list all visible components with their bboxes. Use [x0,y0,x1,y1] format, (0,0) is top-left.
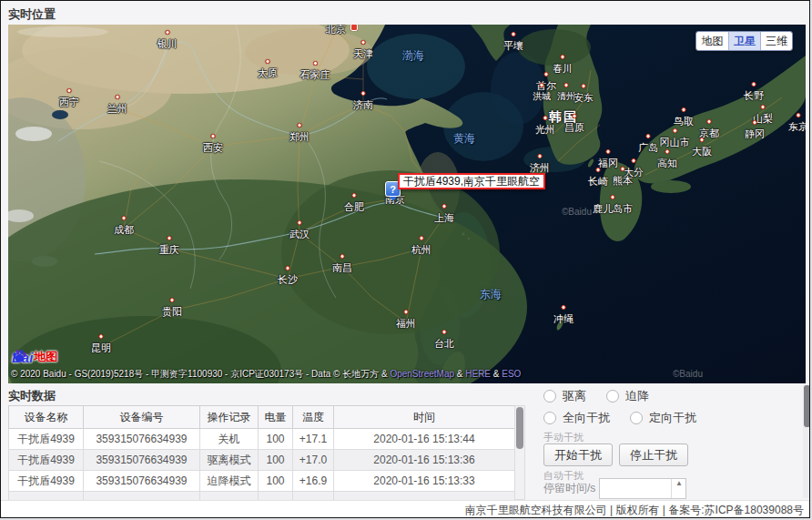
copyright-text: © 2020 Baidu - GS(2019)5218号 - 甲测资字11009… [11,369,390,379]
baidu-maps-logo[interactable]: Bai 地图 [12,349,57,365]
baidu-paw-icon [12,349,27,363]
map-type-button-2[interactable]: 三维 [760,32,792,50]
table-row[interactable]: 干扰盾4939359315076634939驱离模式100+17.02020-0… [9,450,515,471]
dwell-time-label: 停留时间/s [543,481,595,496]
table-header-cell: 设备名称 [9,406,84,429]
radio-label: 全向干扰 [563,410,610,426]
radio-label: 迫降 [625,388,649,404]
table-cell: 驱离模式 [200,450,259,471]
dwell-time-input-wrap: ▲ [599,478,686,499]
baidu-logo-map-text: 地图 [34,349,57,365]
table-row-clipped[interactable] [9,492,515,501]
start-jam-button[interactable]: 开始干扰 [543,444,613,466]
table-cell: 2020-01-16 15:13:44 [334,429,515,450]
radio-label: 驱离 [563,388,586,404]
map-type-control: 地图卫星三维 [695,31,793,51]
table-cell [84,492,200,501]
table-row[interactable]: 干扰盾4939359315076634939关机100+17.12020-01-… [9,429,515,450]
device-table-zone: 设备名称设备编号操作记录电量温度时间 干扰盾493935931507663493… [8,405,525,500]
device-log-table: 设备名称设备编号操作记录电量温度时间 干扰盾493935931507663493… [8,405,515,500]
table-cell: 迫降模式 [200,471,259,492]
realtime-location-title: 实时位置 [8,6,56,23]
radio-row: 全向干扰定向干扰 [543,411,716,425]
copyright-link[interactable]: HERE [465,369,491,379]
copyright-text: & [454,369,465,379]
jam-buttons: 开始干扰停止干扰 [543,444,695,466]
map-copyright: © 2020 Baidu - GS(2019)5218号 - 甲测资字11009… [11,368,521,381]
realtime-data-title: 实时数据 [8,388,56,404]
dwell-time-row: 停留时间/s ▲ [543,478,686,499]
map-type-button-0[interactable]: 地图 [696,32,728,50]
radio-option-1-0[interactable]: 全向干扰 [543,410,610,426]
table-header-cell: 设备编号 [84,406,200,429]
map-container[interactable]: 北京银川天津平壤太原石家庄春川首尔洪城清州安东西宁兰州济南韩国郑州西安光州昌原长… [8,25,806,383]
table-cell: 100 [259,429,293,450]
stop-jam-button[interactable]: 停止干扰 [619,444,688,466]
table-cell: 2020-01-16 15:13:36 [334,450,515,471]
marker-tooltip: 干扰盾4939,南京千里眼航空 [398,173,545,189]
radio-icon[interactable] [543,412,556,424]
table-cell: 100 [259,450,293,471]
manual-jam-label: 手动干扰 [543,431,584,444]
table-header-cell: 操作记录 [200,406,259,429]
table-cell: 359315076634939 [84,471,200,492]
table-cell: +16.9 [293,471,334,492]
table-cell: 359315076634939 [84,429,200,450]
table-cell [259,492,293,501]
satellite-map-graphic [8,25,806,383]
table-cell [9,492,84,501]
table-cell: 100 [259,471,293,492]
radio-icon[interactable] [606,390,619,403]
radio-label: 定向干扰 [649,410,696,426]
table-header-cell: 电量 [259,406,293,429]
table-cell: 干扰盾4939 [9,429,84,450]
radio-icon[interactable] [543,390,556,403]
map-type-button-1[interactable]: 卫星 [728,32,760,50]
table-header-row: 设备名称设备编号操作记录电量温度时间 [9,406,515,429]
table-cell: 干扰盾4939 [9,471,84,492]
table-header-cell: 时间 [334,406,515,429]
table-cell: 干扰盾4939 [9,450,84,471]
table-cell [334,492,515,501]
radio-icon[interactable] [630,412,643,424]
table-cell: 359315076634939 [84,450,200,471]
app-window: 实时位置 [0,0,810,518]
table-cell: 关机 [200,429,259,450]
table-cell: +17.1 [293,429,334,450]
table-row[interactable]: 干扰盾4939359315076634939迫降模式100+16.92020-0… [9,471,515,492]
copyright-link[interactable]: ESO [502,369,521,379]
radio-option-1-1[interactable]: 定向干扰 [630,410,696,426]
table-cell [200,492,259,501]
footer-text: 南京千里眼航空科技有限公司 | 版权所有 | 备案号:苏ICP备18039088… [465,504,804,516]
copyright-text: & [491,369,502,379]
table-cell: 2020-01-16 15:13:33 [334,471,515,492]
footer-bar: 南京千里眼航空科技有限公司 | 版权所有 | 备案号:苏ICP备18039088… [1,500,810,518]
radio-option-0-1[interactable]: 迫降 [606,388,649,404]
lower-section: 实时数据 设备名称设备编号操作记录电量温度时间 干扰盾4939359315076… [1,383,810,500]
radio-row: 驱离迫降 [543,389,669,403]
copyright-link[interactable]: OpenStreetMap [390,369,454,379]
table-cell: +17.0 [293,450,334,471]
dwell-time-input[interactable] [600,479,669,498]
table-cell [293,492,334,501]
radio-option-0-0[interactable]: 驱离 [543,388,586,404]
control-panel: 驱离迫降全向干扰定向干扰 手动干扰 开始干扰停止干扰 自动干扰 停留时间/s ▲ [543,383,789,500]
table-scrollbar[interactable] [514,405,525,500]
window-scrollbar-thumb[interactable] [804,385,810,427]
table-header-cell: 温度 [293,406,334,429]
spinner-up-icon[interactable]: ▲ [671,479,685,498]
table-scrollbar-thumb[interactable] [516,407,523,449]
window-scrollbar[interactable] [803,385,810,498]
